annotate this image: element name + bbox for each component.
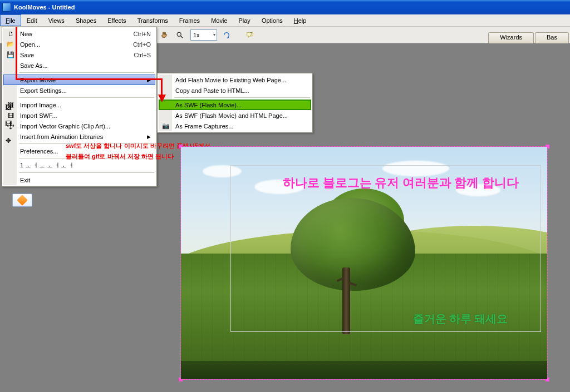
open-folder-icon: 📂: [6, 41, 15, 48]
left-toolstrip: 🖼 🎞 ✥: [3, 102, 14, 150]
menu-effects[interactable]: Effects: [102, 14, 131, 26]
film-strip-icon[interactable]: 🎞: [3, 118, 14, 130]
menubar: File Edit Views Shapes Effects Transform…: [0, 14, 570, 27]
help-balloon-icon[interactable]: ?: [243, 28, 257, 42]
menu-save[interactable]: 💾 SaveCtrl+S: [3, 49, 155, 60]
menu-separator: [174, 97, 310, 98]
export-movie-submenu: Add Flash Movie to Existing Web Page... …: [157, 73, 313, 133]
menu-file[interactable]: File: [0, 14, 21, 26]
menu-help[interactable]: Help: [288, 14, 312, 26]
tab-bas[interactable]: Bas: [535, 32, 569, 43]
svg-line-1: [181, 36, 183, 38]
save-disk-icon: 💾: [6, 51, 15, 58]
move-strip-icon[interactable]: ✥: [3, 135, 14, 146]
menu-options[interactable]: Options: [256, 14, 288, 26]
new-file-icon: 🗋: [6, 31, 15, 37]
import-image-strip-icon[interactable]: 🖼: [3, 102, 14, 113]
zoom-combo[interactable]: 1x: [190, 29, 217, 41]
svg-text:?: ?: [249, 31, 252, 37]
submenu-as-swf-html[interactable]: As SWF (Flash Movie) and HTML Page...: [159, 110, 311, 121]
zoom-value: 1x: [193, 32, 200, 38]
right-tabs: Wizards Bas: [488, 27, 570, 43]
refresh-icon[interactable]: [219, 28, 234, 42]
menu-new[interactable]: 🗋 NewCtrl+N: [3, 28, 155, 39]
submenu-as-swf[interactable]: As SWF (Flash Movie)...: [159, 100, 311, 110]
menu-play[interactable]: Play: [233, 14, 255, 26]
submenu-as-frame-captures[interactable]: 📷 As Frame Captures...: [159, 121, 311, 131]
menu-frames[interactable]: Frames: [174, 14, 205, 26]
app-icon: [2, 3, 11, 12]
menu-separator: [19, 172, 154, 173]
menu-transforms[interactable]: Transforms: [132, 14, 174, 26]
annotation-line: [16, 27, 17, 79]
menu-save-as[interactable]: Save As...: [3, 60, 155, 71]
annotation-arrowhead-icon: [158, 95, 166, 102]
magnifier-icon[interactable]: [173, 28, 187, 42]
camera-icon: 📷: [161, 122, 170, 130]
canvas-text-green[interactable]: 즐거운 하루 돼세요: [413, 311, 508, 326]
paint-diamond-icon: [17, 195, 28, 206]
menu-separator: [19, 97, 154, 98]
tab-wizards[interactable]: Wizards: [488, 32, 534, 43]
menu-import-swf[interactable]: 🎞 Import SWF...: [3, 110, 155, 121]
menu-edit[interactable]: Edit: [21, 14, 43, 26]
menu-recent-file[interactable]: 1 ㅗ ㅓㅗ ㅗ ㅓㅗ ㅓ: [3, 160, 155, 171]
menu-import-image[interactable]: 🖼 Import Image...: [3, 100, 155, 110]
menu-views[interactable]: Views: [43, 14, 70, 26]
window-titlebar: KoolMoves - Untitled: [0, 0, 570, 14]
window-title: KoolMoves - Untitled: [14, 4, 75, 11]
hand-tool-icon[interactable]: [157, 28, 171, 42]
menu-separator: [19, 72, 154, 73]
canvas-text-pink[interactable]: 하나로 블로그는 유저 여러분과 함께 합니다: [283, 175, 519, 191]
file-menu-dropdown: 🗋 NewCtrl+N 📂 Open...Ctrl+O 💾 SaveCtrl+S…: [2, 27, 157, 187]
submenu-add-existing[interactable]: Add Flash Movie to Existing Web Page...: [159, 75, 311, 85]
submenu-copy-html[interactable]: Copy and Paste to HTML...: [159, 85, 311, 96]
menu-movie[interactable]: Movie: [205, 14, 233, 26]
menu-export-settings[interactable]: Export Settings...: [3, 85, 155, 96]
menu-shapes[interactable]: Shapes: [70, 14, 102, 26]
menu-open[interactable]: 📂 Open...Ctrl+O: [3, 39, 155, 49]
fill-tool-button[interactable]: [12, 193, 32, 207]
menu-exit[interactable]: Exit: [3, 175, 155, 185]
annotation-line: [16, 78, 161, 80]
menu-import-vector[interactable]: Import Vector Graphic (Clip Art)...: [3, 121, 155, 131]
submenu-arrow-icon: ▶: [147, 134, 151, 140]
svg-point-0: [177, 32, 181, 36]
